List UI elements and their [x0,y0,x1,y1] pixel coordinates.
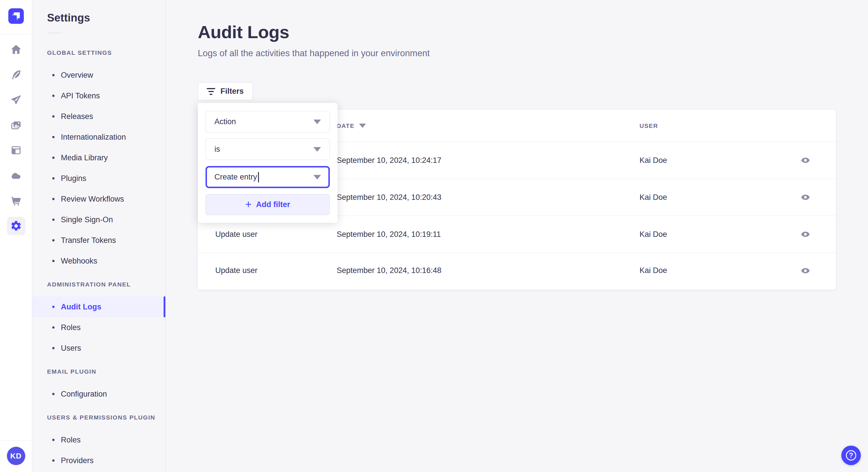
cell-action: Update user [215,266,337,275]
filter-popover: Action is Create entry + Add filter [198,103,338,223]
plus-icon: + [245,199,251,210]
bullet-icon [52,393,55,395]
filter-field-select[interactable]: Action [206,111,330,133]
sidebar-item-review-workflows[interactable]: Review Workflows [32,189,165,209]
page-subtitle: Logs of all the activities that happened… [198,48,430,59]
sidebar-item-overview[interactable]: Overview [32,65,165,86]
bullet-icon [52,260,55,262]
settings-active-highlight [7,217,25,235]
cell-user: Kai Doe [640,230,793,239]
filter-value-select[interactable]: Create entry [206,166,330,188]
sidebar-item-email-configuration[interactable]: Configuration [32,384,165,404]
cart-icon [10,195,22,207]
nav-home-button[interactable] [0,37,32,62]
bullet-icon [52,177,55,179]
strapi-logo-mark [8,8,24,24]
bullet-icon [52,115,55,117]
sidebar-item-plugins[interactable]: Plugins [32,168,165,189]
bullet-icon [52,239,55,241]
nav-content-type-builder-button[interactable] [0,138,32,163]
nav-content-button[interactable] [0,62,32,87]
send-icon [10,94,22,106]
sidebar-item-transfer-tokens[interactable]: Transfer Tokens [32,230,165,250]
page-title: Audit Logs [198,22,289,42]
home-icon [10,43,22,55]
cloud-icon [10,169,22,181]
sidebar-item-internationalization[interactable]: Internationalization [32,127,165,147]
settings-gear-icon [10,220,22,232]
sidebar-item-up-providers[interactable]: Providers [32,450,165,471]
sidebar-title: Settings [47,11,165,24]
table-row[interactable]: Update user September 10, 2024, 10:16:48… [198,253,836,288]
view-details-button[interactable] [797,262,814,279]
section-users-permissions-plugin: USERS & PERMISSIONS PLUGIN [47,414,165,421]
filters-button[interactable]: Filters [198,82,253,100]
filter-operator-select[interactable]: is [206,138,330,160]
cell-date: September 10, 2024, 10:16:48 [337,266,640,275]
sidebar-item-webhooks[interactable]: Webhooks [32,250,165,271]
strapi-admin: KD Settings GLOBAL SETTINGS Overview API… [0,0,868,472]
section-email-plugin: EMAIL PLUGIN [47,368,165,375]
bullet-icon [52,460,55,462]
header-date[interactable]: DATE [337,123,640,129]
question-mark-icon: ? [846,450,856,461]
settings-sidebar: Settings GLOBAL SETTINGS Overview API To… [32,0,166,472]
bullet-icon [52,74,55,76]
sidebar-item-up-roles[interactable]: Roles [32,430,165,450]
section-administration-panel: ADMINISTRATION PANEL [47,281,165,288]
sidebar-title-divider [47,33,61,33]
sidebar-item-media-library[interactable]: Media Library [32,147,165,168]
cell-action: Update user [215,230,337,239]
media-library-icon [10,119,22,131]
layout-icon [10,144,22,156]
eye-icon [800,192,811,203]
section-global-settings: GLOBAL SETTINGS [47,49,165,56]
add-filter-button[interactable]: + Add filter [206,194,330,215]
cell-date: September 10, 2024, 10:24:17 [337,156,640,165]
sort-desc-icon [359,124,366,128]
main-content: Audit Logs Logs of all the activities th… [166,0,868,472]
bullet-icon [52,439,55,441]
bullet-icon [52,95,55,97]
eye-icon [800,229,811,240]
cell-date: September 10, 2024, 10:20:43 [337,193,640,202]
sidebar-item-releases[interactable]: Releases [32,106,165,127]
chevron-down-icon [313,147,321,152]
sidebar-item-admin-users[interactable]: Users [32,338,165,359]
sidebar-item-audit-logs[interactable]: Audit Logs [32,297,165,317]
help-button[interactable]: ? [841,446,861,465]
bullet-icon [52,198,55,200]
text-cursor [258,172,259,182]
rail-footer: KD [0,440,32,472]
bullet-icon [52,347,55,349]
nav-deploy-button[interactable] [0,87,32,112]
cell-user: Kai Doe [640,266,793,275]
sidebar-item-admin-roles[interactable]: Roles [32,317,165,338]
user-avatar[interactable]: KD [7,447,25,465]
view-details-button[interactable] [797,189,814,206]
filter-icon [207,88,215,95]
bullet-icon [52,136,55,138]
nav-cloud-button[interactable] [0,163,32,188]
strapi-logo[interactable] [8,8,24,24]
feather-icon [10,69,22,80]
nav-media-button[interactable] [0,112,32,138]
cell-user: Kai Doe [640,193,793,202]
eye-icon [800,155,811,166]
main-nav-rail: KD [0,0,32,472]
view-details-button[interactable] [797,226,814,243]
bullet-icon [52,326,55,329]
cell-date: September 10, 2024, 10:19:11 [337,230,640,239]
sidebar-item-single-sign-on[interactable]: Single Sign-On [32,209,165,230]
cell-user: Kai Doe [640,156,793,165]
chevron-down-icon [313,120,321,124]
administration-panel-list: Audit Logs Roles Users [32,297,165,359]
header-user: USER [640,123,793,129]
nav-settings-button[interactable] [0,213,32,239]
bullet-icon [52,218,55,221]
sidebar-item-api-tokens[interactable]: API Tokens [32,86,165,106]
rail-nav [0,34,32,239]
nav-marketplace-button[interactable] [0,188,32,213]
view-details-button[interactable] [797,152,814,169]
eye-icon [800,265,811,276]
